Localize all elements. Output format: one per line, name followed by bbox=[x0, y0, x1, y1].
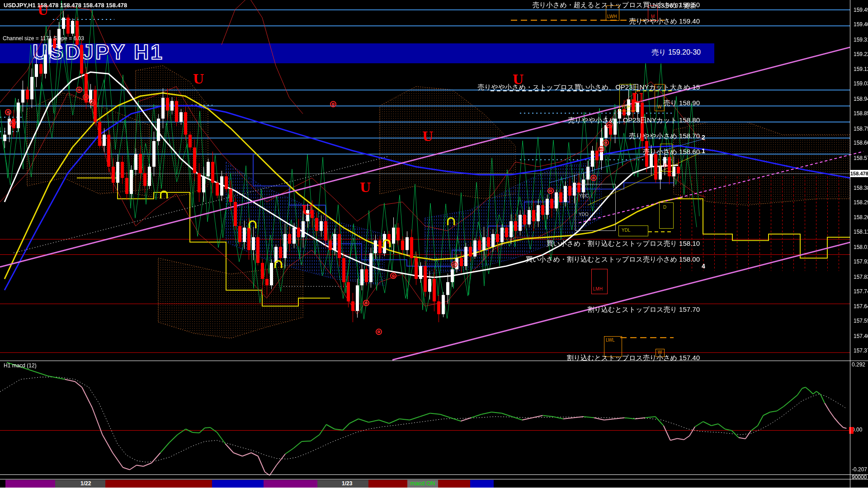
channel-info-label: Channel size = 1171 Slope = 6.03 bbox=[3, 35, 84, 42]
chart-object-label: LWL bbox=[606, 338, 615, 343]
price-tick-label: 159.220 bbox=[854, 51, 868, 57]
buy-signal-icon: ∩ bbox=[159, 188, 169, 201]
level-annotation: 売りやや小さめ 159.40 bbox=[629, 17, 700, 26]
chart-object-label: D bbox=[663, 205, 666, 210]
buy-signal-icon: ∩ bbox=[247, 218, 258, 230]
macd-max-label: 0.292 bbox=[852, 361, 865, 368]
panel-separator-top[interactable] bbox=[0, 361, 868, 361]
price-tick-label: 158.665 bbox=[854, 140, 868, 146]
price-tick-label: 159.495 bbox=[854, 7, 868, 13]
date-label: 1/23 bbox=[342, 480, 352, 487]
buy-signal-icon: ∩ bbox=[273, 258, 283, 270]
chart-window: USDJPY H1 売り 159.20-30 USDJPY,H1 158.478… bbox=[0, 0, 868, 488]
level-annotation: 売りやや小さめ・ストップロス買い小さめ、OP23日NYカット大きめ 15 bbox=[477, 83, 700, 92]
price-tick-label: 158.385 bbox=[854, 185, 868, 191]
symbol-ohlc-readout: USDJPY,H1 158.478 158.478 158.478 158.47… bbox=[4, 2, 127, 9]
price-tick-label: 158.570 bbox=[854, 155, 868, 161]
price-tick-label: 157.555 bbox=[854, 318, 868, 324]
chart-object-box-lmh[interactable]: LMH bbox=[591, 269, 608, 294]
sell-signal-icon: U bbox=[422, 131, 433, 143]
sell-signal-icon: U bbox=[632, 92, 643, 105]
chart-object-label: W bbox=[657, 104, 661, 109]
chart-object-label: LMH bbox=[593, 286, 603, 291]
macd-on-button[interactable]: macd ON bbox=[407, 480, 438, 488]
level-annotation: 買い小さめ・割り込むとストップロス売り小さめ 158.00 bbox=[526, 255, 700, 264]
panel-separator-bottom[interactable] bbox=[0, 474, 868, 475]
macd-indicator-label: H1 macd (12) bbox=[4, 362, 37, 369]
level-annotation: 売りやや小さめ、OP23日NYカット 158.80 bbox=[568, 116, 700, 125]
price-tick-label: 158.200 bbox=[854, 214, 868, 221]
chart-object-label: YDH bbox=[621, 104, 631, 109]
chart-object-label: LWH bbox=[607, 14, 617, 19]
session-segment bbox=[5, 480, 55, 488]
trendline-endpoint-number: 4 bbox=[702, 263, 705, 270]
timebar-separator bbox=[0, 479, 868, 479]
level-annotation: 売りやや小さめ 158.70 bbox=[629, 132, 700, 141]
price-tick-label: 159.310 bbox=[854, 37, 868, 43]
level-annotation: 買い小さめ・割り込むとストップロス売り 158.10 bbox=[546, 239, 700, 248]
level-annotation: 売り小さめ・超えるとストップロス買い小さめ 159.50 bbox=[533, 1, 700, 9]
price-tick-label: 157.830 bbox=[854, 274, 868, 280]
date-label: 1/22 bbox=[80, 480, 91, 487]
trendline-endpoint-number: 1 bbox=[702, 147, 705, 155]
sell-signal-icon: U bbox=[302, 204, 312, 217]
price-tick-label: 158.110 bbox=[854, 229, 868, 235]
chart-object-label: YDL bbox=[622, 228, 630, 233]
axis-separator bbox=[850, 0, 850, 488]
price-tick-label: 159.035 bbox=[854, 80, 868, 87]
chart-object-box-d[interactable]: D bbox=[659, 202, 674, 229]
level-annotation: 割り込むとストップロス売り 157.70 bbox=[587, 305, 700, 314]
level-annotation: 売り 158.90 bbox=[664, 99, 700, 108]
macd-min-label: -0.207 bbox=[852, 466, 867, 473]
buy-signal-icon: ∩ bbox=[382, 237, 392, 249]
price-tick-label: 157.460 bbox=[854, 333, 868, 339]
price-tick-label: 159.405 bbox=[854, 21, 868, 28]
chart-object-label: YDO bbox=[579, 212, 589, 217]
price-tick-label: 158.850 bbox=[854, 110, 868, 117]
price-tick-label: 157.925 bbox=[854, 258, 868, 265]
price-tick-label: 158.940 bbox=[854, 96, 868, 102]
sell-signal-icon: U bbox=[360, 182, 371, 194]
price-tick-label: 157.740 bbox=[854, 288, 868, 295]
session-segment bbox=[212, 480, 264, 488]
chart-object-box-ydl[interactable]: YDL bbox=[618, 225, 648, 236]
chart-object-label: D bbox=[664, 163, 667, 168]
session-segment bbox=[264, 480, 317, 488]
chart-object-box-ydo[interactable]: YDO bbox=[575, 184, 615, 230]
level-annotation: 売り小さめ 158.60 bbox=[643, 148, 700, 156]
price-tick-label: 158.295 bbox=[854, 199, 868, 206]
chart-canvas[interactable] bbox=[0, 0, 868, 488]
price-tick-label: 157.370 bbox=[854, 347, 868, 354]
price-tick-label: 158.015 bbox=[854, 244, 868, 250]
price-tick-label: 158.755 bbox=[854, 126, 868, 132]
trendline-endpoint-number: 2 bbox=[702, 134, 705, 141]
current-price-badge: 158.478 bbox=[850, 170, 868, 177]
buy-signal-icon: ∩ bbox=[446, 215, 456, 227]
session-segment bbox=[105, 480, 212, 488]
price-tick-label: 157.645 bbox=[854, 303, 868, 310]
session-segment bbox=[470, 480, 494, 488]
price-tick-label: 159.125 bbox=[854, 66, 868, 72]
sell-signal-icon: U bbox=[193, 73, 204, 86]
level-annotation: 割り込むとストップロス売り小さめ 157.40 bbox=[567, 354, 700, 362]
